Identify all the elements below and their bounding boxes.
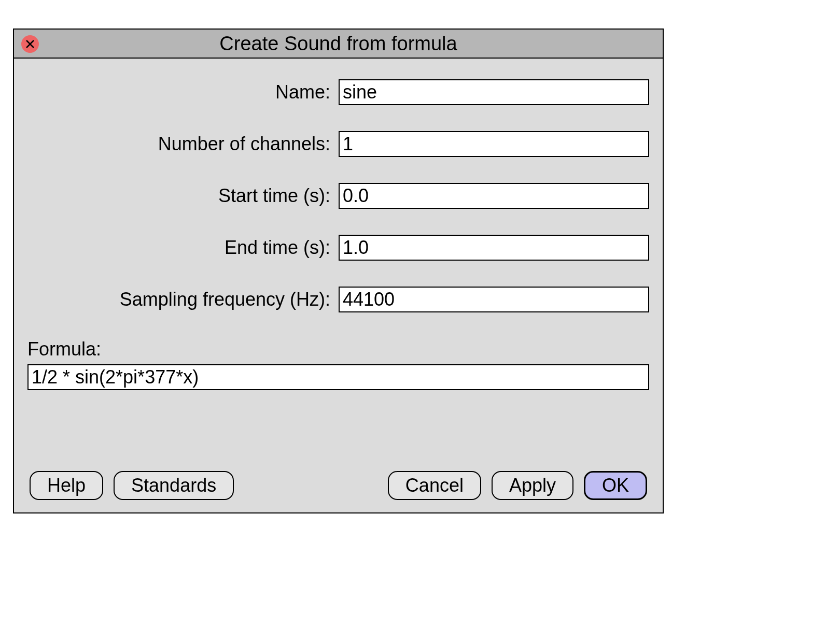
name-label: Name: bbox=[27, 81, 339, 103]
ok-button[interactable]: OK bbox=[584, 471, 647, 500]
dialog-content: Name: Number of channels: Start time (s)… bbox=[14, 59, 663, 390]
close-icon bbox=[25, 39, 35, 49]
end-time-row: End time (s): bbox=[27, 235, 649, 261]
sampling-freq-label: Sampling frequency (Hz): bbox=[27, 289, 339, 310]
channels-input[interactable] bbox=[339, 131, 649, 157]
formula-input[interactable] bbox=[27, 364, 649, 390]
button-bar-left: Help Standards bbox=[30, 471, 234, 500]
formula-section: Formula: bbox=[27, 338, 649, 390]
button-bar-right: Cancel Apply OK bbox=[388, 471, 647, 500]
formula-label: Formula: bbox=[27, 338, 649, 360]
end-time-input[interactable] bbox=[339, 235, 649, 261]
sampling-freq-row: Sampling frequency (Hz): bbox=[27, 287, 649, 312]
dialog-window: Create Sound from formula Name: Number o… bbox=[13, 28, 664, 513]
start-time-label: Start time (s): bbox=[27, 185, 339, 207]
titlebar: Create Sound from formula bbox=[14, 30, 663, 59]
close-button[interactable] bbox=[21, 35, 39, 53]
channels-label: Number of channels: bbox=[27, 133, 339, 155]
cancel-button[interactable]: Cancel bbox=[388, 471, 481, 500]
end-time-label: End time (s): bbox=[27, 237, 339, 259]
standards-button[interactable]: Standards bbox=[114, 471, 234, 500]
start-time-input[interactable] bbox=[339, 183, 649, 209]
name-row: Name: bbox=[27, 79, 649, 105]
help-button[interactable]: Help bbox=[30, 471, 103, 500]
button-bar: Help Standards Cancel Apply OK bbox=[30, 471, 647, 500]
sampling-freq-input[interactable] bbox=[339, 287, 649, 312]
apply-button[interactable]: Apply bbox=[492, 471, 573, 500]
channels-row: Number of channels: bbox=[27, 131, 649, 157]
name-input[interactable] bbox=[339, 79, 649, 105]
dialog-title: Create Sound from formula bbox=[14, 33, 663, 55]
start-time-row: Start time (s): bbox=[27, 183, 649, 209]
